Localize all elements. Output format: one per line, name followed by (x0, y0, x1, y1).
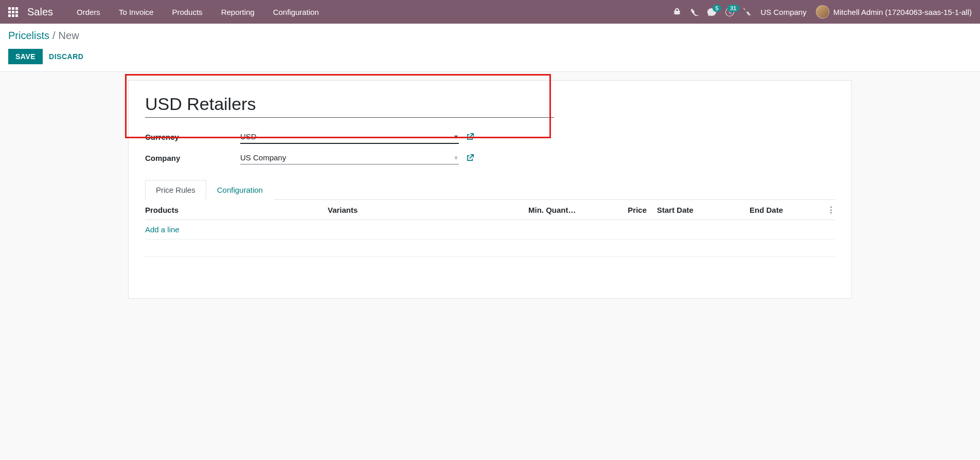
nav-configuration[interactable]: Configuration (264, 8, 328, 16)
add-line-link[interactable]: Add a line (145, 225, 180, 234)
table-menu-icon[interactable]: ⋮ (822, 205, 835, 214)
activities-badge: 31 (727, 5, 739, 12)
company-switcher[interactable]: US Company (761, 8, 807, 16)
company-dropdown[interactable]: US Company ▼ (240, 151, 459, 164)
header-start-date[interactable]: Start Date (647, 206, 739, 214)
tab-price-rules[interactable]: Price Rules (145, 180, 206, 200)
nav-menu: Orders To Invoice Products Reporting Con… (67, 8, 328, 16)
tabs: Price Rules Configuration (145, 180, 835, 200)
breadcrumb: Pricelists/New (8, 30, 972, 42)
header-end-date[interactable]: End Date (739, 206, 822, 214)
discard-button[interactable]: DISCARD (49, 52, 83, 61)
currency-label: Currency (145, 133, 240, 141)
tools-icon[interactable] (743, 8, 752, 16)
header-products[interactable]: Products (145, 206, 328, 214)
activities-icon[interactable]: 31 (725, 8, 734, 16)
user-menu[interactable]: Mitchell Admin (17204063-saas-15-1-all) (816, 5, 972, 19)
breadcrumb-parent[interactable]: Pricelists (8, 30, 49, 41)
navbar: Sales Orders To Invoice Products Reporti… (0, 0, 980, 24)
nav-orders[interactable]: Orders (67, 8, 110, 16)
header-variants[interactable]: Variants (328, 206, 528, 214)
header-min-qty[interactable]: Min. Quant… (528, 206, 616, 214)
save-button[interactable]: SAVE (8, 49, 43, 64)
breadcrumb-current: New (59, 30, 79, 41)
currency-value: USD (240, 132, 257, 141)
form-sheet-bg: Currency USD ▼ Company US Company ▼ (0, 72, 980, 307)
app-title[interactable]: Sales (27, 6, 53, 18)
messaging-icon[interactable]: 5 (707, 8, 716, 16)
rules-table: Products Variants Min. Quant… Price Star… (145, 200, 835, 257)
user-name: Mitchell Admin (17204063-saas-15-1-all) (833, 8, 972, 16)
control-buttons: SAVE DISCARD (8, 49, 972, 64)
form-sheet: Currency USD ▼ Company US Company ▼ (128, 80, 852, 299)
messaging-badge: 5 (712, 5, 721, 12)
currency-external-link-icon[interactable] (466, 133, 474, 141)
currency-group: Currency USD ▼ (145, 130, 835, 144)
nav-products[interactable]: Products (163, 8, 211, 16)
nav-right: 5 31 US Company Mitchell Admin (17204063… (673, 5, 972, 19)
nav-reporting[interactable]: Reporting (212, 8, 264, 16)
chevron-down-icon: ▼ (453, 155, 459, 161)
pricelist-name-input[interactable] (145, 93, 554, 118)
header-price[interactable]: Price (616, 206, 647, 214)
empty-row (145, 240, 835, 257)
phone-icon[interactable] (690, 8, 698, 16)
control-panel: Pricelists/New SAVE DISCARD (0, 24, 980, 72)
company-group: Company US Company ▼ (145, 151, 835, 164)
table-body: Add a line (145, 220, 835, 240)
currency-dropdown[interactable]: USD ▼ (240, 130, 459, 144)
tab-configuration[interactable]: Configuration (206, 180, 274, 200)
breadcrumb-separator: / (52, 30, 56, 41)
table-header: Products Variants Min. Quant… Price Star… (145, 200, 835, 220)
avatar (816, 5, 829, 19)
chevron-down-icon: ▼ (453, 134, 459, 140)
company-value: US Company (240, 153, 286, 162)
company-label: Company (145, 154, 240, 162)
nav-to-invoice[interactable]: To Invoice (110, 8, 163, 16)
company-external-link-icon[interactable] (466, 154, 474, 162)
debug-icon[interactable] (673, 8, 681, 16)
apps-icon[interactable] (8, 7, 18, 17)
